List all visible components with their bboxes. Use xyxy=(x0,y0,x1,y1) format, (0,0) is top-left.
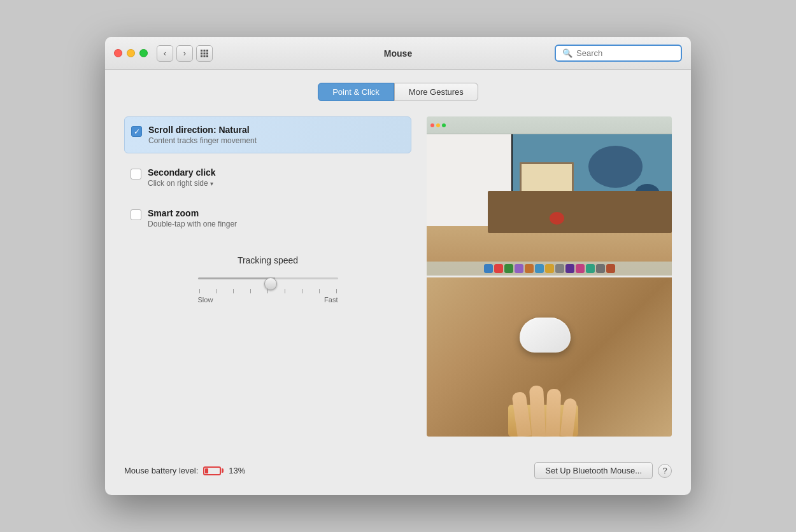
battery-body xyxy=(203,466,221,475)
bottom-bar: Mouse battery level: 13% Set Up Bluetoot… xyxy=(124,452,672,479)
safari-max xyxy=(442,123,446,127)
search-input[interactable] xyxy=(576,48,674,58)
dock-icon-13 xyxy=(606,264,615,273)
preview-top xyxy=(427,116,672,276)
svg-rect-6 xyxy=(201,55,203,57)
svg-rect-8 xyxy=(206,55,208,57)
battery-info: Mouse battery level: 13% xyxy=(124,466,245,475)
traffic-lights xyxy=(114,49,148,57)
finger-3 xyxy=(545,389,561,437)
tab-point-click[interactable]: Point & Click xyxy=(318,83,394,101)
smart-zoom-text: Smart zoom Double-tap with one finger xyxy=(148,208,237,228)
dock-icon-5 xyxy=(525,264,534,273)
safari-content xyxy=(427,134,672,276)
nav-buttons: ‹ › xyxy=(157,45,193,62)
dock-icon-11 xyxy=(586,264,595,273)
safari-dock xyxy=(427,262,672,276)
scroll-direction-option: ✓ Scroll direction: Natural Content trac… xyxy=(124,116,411,153)
secondary-click-title: Secondary click xyxy=(148,167,216,178)
magic-mouse xyxy=(520,318,571,353)
secondary-click-text: Secondary click Click on right side ▾ xyxy=(148,167,216,188)
tick-8 xyxy=(319,289,320,293)
svg-rect-4 xyxy=(204,52,206,54)
titlebar: ‹ › Mouse 🔍 xyxy=(105,37,691,70)
help-button[interactable]: ? xyxy=(658,464,672,478)
slider-track[interactable] xyxy=(198,272,338,284)
setup-bluetooth-button[interactable]: Set Up Bluetooth Mouse... xyxy=(534,462,653,479)
window-title: Mouse xyxy=(384,48,412,59)
search-box[interactable]: 🔍 xyxy=(555,45,682,62)
smart-zoom-title: Smart zoom xyxy=(148,208,237,218)
grid-button[interactable] xyxy=(196,45,213,62)
dock-icon-8 xyxy=(555,264,564,273)
content-area: Point & Click More Gestures ✓ Scroll dir… xyxy=(105,70,691,495)
hand-shape xyxy=(495,360,591,437)
dock-icon-3 xyxy=(504,264,513,273)
dock-icon-6 xyxy=(535,264,544,273)
tab-more-gestures[interactable]: More Gestures xyxy=(394,83,478,101)
secondary-click-checkbox[interactable] xyxy=(131,169,141,179)
scroll-direction-checkbox[interactable]: ✓ xyxy=(131,126,142,137)
back-button[interactable]: ‹ xyxy=(157,45,173,62)
maximize-button[interactable] xyxy=(139,49,148,57)
dock-icon-7 xyxy=(545,264,554,273)
secondary-click-subtitle[interactable]: Click on right side ▾ xyxy=(148,179,216,188)
tick-7 xyxy=(302,289,302,293)
tab-bar: Point & Click More Gestures xyxy=(124,83,672,101)
dock-icon-2 xyxy=(494,264,503,273)
scroll-direction-title: Scroll direction: Natural xyxy=(148,125,257,135)
close-button[interactable] xyxy=(114,49,122,57)
dock-icon-12 xyxy=(596,264,605,273)
main-area: ✓ Scroll direction: Natural Content trac… xyxy=(124,116,672,452)
safari-toolbar xyxy=(427,116,672,134)
slider-rail xyxy=(198,277,338,279)
tick-4 xyxy=(250,289,251,293)
room-scene xyxy=(427,134,672,276)
scroll-direction-subtitle: Content tracks finger movement xyxy=(148,136,257,145)
battery-tip xyxy=(222,468,224,473)
checkmark-icon: ✓ xyxy=(134,127,140,136)
bottom-buttons: Set Up Bluetooth Mouse... ? xyxy=(534,462,672,479)
svg-rect-7 xyxy=(204,55,206,57)
safari-close xyxy=(430,123,434,127)
secondary-click-option: Secondary click Click on right side ▾ xyxy=(124,161,411,194)
battery-icon xyxy=(203,466,224,475)
red-ball xyxy=(550,212,564,225)
svg-rect-3 xyxy=(201,52,203,54)
tick-5 xyxy=(267,289,268,293)
forward-button[interactable]: › xyxy=(176,45,193,62)
tracking-section: Tracking speed xyxy=(124,255,411,304)
smart-zoom-option: Smart zoom Double-tap with one finger xyxy=(124,202,411,235)
safari-min xyxy=(436,123,440,127)
search-icon: 🔍 xyxy=(562,48,572,58)
smart-zoom-checkbox[interactable] xyxy=(131,209,141,220)
slow-label: Slow xyxy=(198,296,213,304)
right-panel xyxy=(427,116,672,452)
mouse-scene xyxy=(427,277,672,437)
slider-container: Slow Fast xyxy=(198,272,338,304)
tick-1 xyxy=(199,289,200,293)
dock-icon-10 xyxy=(576,264,585,273)
slider-thumb[interactable] xyxy=(264,277,277,290)
svg-rect-2 xyxy=(206,50,208,52)
decor-circle-1 xyxy=(588,146,643,188)
scroll-direction-text: Scroll direction: Natural Content tracks… xyxy=(148,125,257,145)
dropdown-arrow-icon: ▾ xyxy=(210,180,213,187)
preview-bottom xyxy=(427,277,672,437)
minimize-button[interactable] xyxy=(127,49,135,57)
tick-2 xyxy=(216,289,217,293)
finger-2 xyxy=(529,385,546,437)
fast-label: Fast xyxy=(324,296,338,304)
tick-3 xyxy=(233,289,234,293)
dock-icon-4 xyxy=(515,264,523,273)
tracking-label: Tracking speed xyxy=(238,255,298,265)
dock-icon-9 xyxy=(565,264,574,273)
left-panel: ✓ Scroll direction: Natural Content trac… xyxy=(124,116,411,452)
svg-rect-0 xyxy=(201,50,203,52)
smart-zoom-subtitle: Double-tap with one finger xyxy=(148,220,237,228)
tick-6 xyxy=(285,289,285,293)
furniture xyxy=(488,191,672,234)
dock-icon-1 xyxy=(484,264,493,273)
preferences-window: ‹ › Mouse 🔍 Point & Click xyxy=(105,37,691,495)
battery-percent: 13% xyxy=(229,466,245,475)
